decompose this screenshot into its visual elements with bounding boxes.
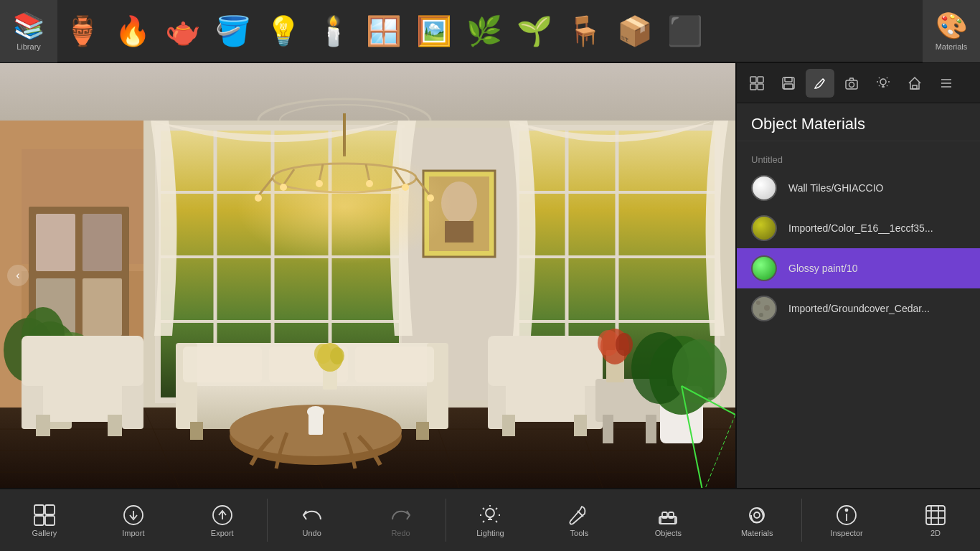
right-panel: Object Materials Untitled Wall Tiles/GHI… bbox=[735, 63, 980, 488]
svg-point-112 bbox=[880, 79, 886, 85]
svg-rect-106 bbox=[758, 84, 763, 90]
toolbar-obj-vase[interactable]: 🏺 bbox=[57, 0, 108, 62]
toolbar-lighting[interactable]: Lighting bbox=[446, 489, 535, 551]
svg-rect-76 bbox=[646, 415, 656, 443]
svg-rect-135 bbox=[926, 506, 945, 524]
svg-rect-109 bbox=[784, 84, 793, 89]
svg-rect-57 bbox=[355, 347, 434, 382]
materials-list: Untitled Wall Tiles/GHIACCIO Imported/Co… bbox=[737, 141, 980, 336]
import-icon bbox=[122, 504, 145, 527]
tools-icon bbox=[567, 504, 590, 527]
toolbar-obj-bucket[interactable]: 🪣 bbox=[208, 0, 258, 62]
export-icon bbox=[211, 504, 234, 527]
svg-line-124 bbox=[578, 511, 583, 517]
svg-rect-49 bbox=[36, 415, 50, 436]
materials-icon: 🎨 bbox=[936, 11, 968, 41]
scene-render bbox=[0, 63, 735, 488]
svg-rect-50 bbox=[108, 415, 122, 436]
toolbar-import[interactable]: Import bbox=[89, 489, 178, 551]
svg-point-134 bbox=[846, 509, 848, 511]
redo-label: Redo bbox=[391, 529, 410, 537]
panel-tool-home[interactable] bbox=[900, 69, 929, 98]
2d-label: 2D bbox=[930, 529, 941, 537]
2d-icon bbox=[924, 504, 947, 527]
toolbar-obj-plant2[interactable]: 🌱 bbox=[509, 0, 560, 62]
svg-rect-31 bbox=[83, 278, 122, 336]
toolbar-materials[interactable]: 🎨 Materials bbox=[923, 0, 980, 62]
toolbar-objects[interactable]: Objects bbox=[623, 489, 712, 551]
svg-rect-75 bbox=[603, 415, 613, 443]
svg-point-123 bbox=[486, 509, 494, 517]
svg-point-67 bbox=[307, 406, 324, 418]
toolbar-library[interactable]: 📚 Library bbox=[0, 0, 57, 62]
inspector-label: Inspector bbox=[830, 529, 862, 537]
svg-rect-59 bbox=[416, 422, 429, 440]
toolbar-obj-teapot[interactable]: 🫖 bbox=[158, 0, 208, 62]
lighting-icon bbox=[479, 504, 501, 527]
import-label: Import bbox=[122, 529, 144, 537]
svg-rect-108 bbox=[785, 77, 792, 82]
toolbar-obj-mat[interactable]: ⬛ bbox=[660, 0, 710, 62]
lighting-label: Lighting bbox=[476, 529, 504, 537]
material-item-3[interactable]: Imported/Groundcover_Cedar... bbox=[737, 288, 980, 329]
materials-bottom-label: Materials bbox=[741, 529, 773, 537]
panel-tool-list[interactable] bbox=[932, 69, 961, 98]
undo-icon bbox=[301, 504, 324, 527]
svg-rect-73 bbox=[574, 415, 587, 436]
toolbar-undo[interactable]: Undo bbox=[268, 489, 357, 551]
material-swatch-1 bbox=[751, 215, 777, 241]
library-label: Library bbox=[17, 42, 41, 51]
nav-arrow-left[interactable]: ‹ bbox=[7, 265, 29, 286]
svg-point-63 bbox=[330, 347, 344, 364]
svg-point-111 bbox=[849, 82, 854, 87]
materials-icon bbox=[745, 504, 768, 527]
toolbar-materials-bottom[interactable]: Materials bbox=[712, 489, 801, 551]
material-name-3: Imported/Groundcover_Cedar... bbox=[788, 303, 930, 314]
toolbar-obj-curtain[interactable]: 🪟 bbox=[359, 0, 409, 62]
panel-toolbar bbox=[737, 63, 980, 103]
svg-rect-120 bbox=[45, 516, 55, 525]
material-item-2[interactable]: Glossy paint/10 bbox=[737, 248, 980, 288]
svg-rect-48 bbox=[22, 336, 143, 386]
svg-point-80 bbox=[672, 339, 727, 404]
toolbar-tools[interactable]: Tools bbox=[534, 489, 623, 551]
toolbar-obj-lamp1[interactable]: 💡 bbox=[258, 0, 308, 62]
svg-rect-71 bbox=[488, 336, 603, 386]
toolbar-obj-fireplace[interactable]: 🔥 bbox=[108, 0, 158, 62]
toolbar-2d[interactable]: 2D bbox=[891, 489, 980, 551]
svg-point-131 bbox=[754, 512, 760, 518]
svg-rect-105 bbox=[750, 84, 756, 90]
svg-rect-72 bbox=[502, 415, 515, 436]
material-item-1[interactable]: Imported/Color_E16__1eccf35... bbox=[737, 208, 980, 248]
svg-rect-29 bbox=[83, 214, 122, 271]
material-swatch-2 bbox=[751, 255, 777, 281]
panel-tool-light[interactable] bbox=[869, 69, 897, 98]
toolbar-obj-painting[interactable]: 🖼️ bbox=[409, 0, 459, 62]
material-name-0: Wall Tiles/GHIACCIO bbox=[788, 182, 884, 194]
toolbar-gallery[interactable]: Gallery bbox=[0, 489, 89, 551]
toolbar-export[interactable]: Export bbox=[178, 489, 267, 551]
material-name-2: Glossy paint/10 bbox=[788, 263, 858, 274]
panel-tool-save[interactable] bbox=[774, 69, 803, 98]
toolbar-redo[interactable]: Redo bbox=[357, 489, 446, 551]
export-label: Export bbox=[211, 529, 234, 537]
toolbar-inspector[interactable]: Inspector bbox=[802, 489, 891, 551]
toolbar-obj-table[interactable]: 🪑 bbox=[560, 0, 610, 62]
panel-tool-brush[interactable] bbox=[806, 69, 834, 98]
tools-label: Tools bbox=[570, 529, 589, 537]
panel-tool-camera[interactable] bbox=[837, 69, 866, 98]
svg-rect-28 bbox=[36, 214, 75, 271]
panel-tool-layout[interactable] bbox=[743, 69, 771, 98]
material-item-0[interactable]: Wall Tiles/GHIACCIO bbox=[737, 168, 980, 208]
toolbar-obj-lamp2[interactable]: 🕯️ bbox=[308, 0, 359, 62]
toolbar-obj-shelf[interactable]: 📦 bbox=[610, 0, 660, 62]
inspector-icon bbox=[835, 504, 858, 527]
undo-label: Undo bbox=[303, 529, 321, 537]
toolbar-obj-plant1[interactable]: 🌿 bbox=[459, 0, 509, 62]
svg-point-102 bbox=[616, 333, 633, 356]
viewport[interactable]: ‹ bbox=[0, 63, 735, 488]
objects-label: Objects bbox=[655, 529, 682, 537]
svg-rect-26 bbox=[445, 221, 473, 242]
material-swatch-3 bbox=[751, 296, 777, 321]
svg-rect-103 bbox=[750, 77, 756, 83]
